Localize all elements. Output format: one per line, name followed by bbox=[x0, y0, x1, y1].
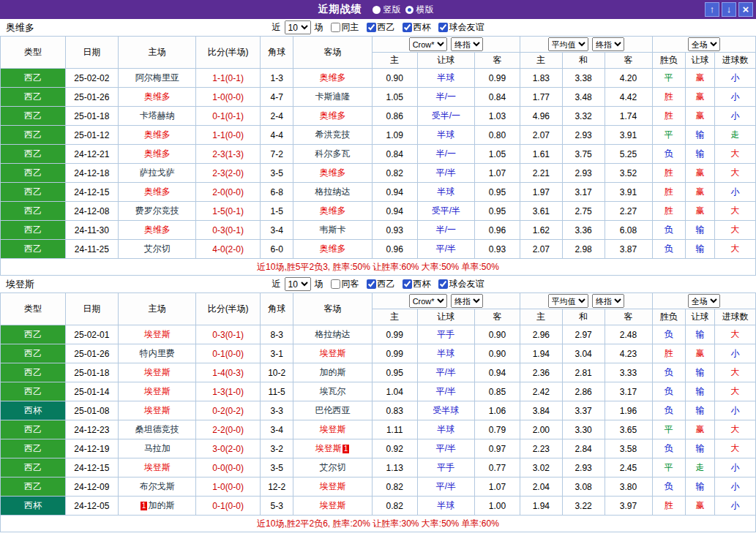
goals-result-cell: 小 bbox=[715, 107, 756, 126]
odds-home-cell: 0.82 bbox=[372, 478, 417, 497]
cup-checkbox[interactable] bbox=[403, 23, 412, 32]
handicap-cell: 受半/一 bbox=[417, 107, 474, 126]
bookmaker-select[interactable]: Crow* bbox=[409, 294, 447, 308]
date-cell: 25-01-18 bbox=[65, 363, 118, 382]
avg-home-cell: 2.36 bbox=[520, 363, 562, 382]
date-cell: 25-01-12 bbox=[65, 126, 118, 145]
fulltime-select[interactable]: 全场 bbox=[688, 294, 720, 308]
score-cell: 0-3(0-1) bbox=[196, 325, 261, 344]
date-cell: 24-12-19 bbox=[65, 439, 118, 458]
result-cell: 胜 bbox=[652, 497, 685, 516]
recent-count-select[interactable]: 10 bbox=[285, 20, 311, 34]
red-card-badge: 1 bbox=[343, 445, 350, 453]
team-name-text: 阿尔梅里亚 bbox=[135, 72, 179, 83]
average-index-select[interactable]: 终指 bbox=[592, 37, 624, 51]
match-row: 西乙25-01-12奥维多1-1(0-0)4-4希洪竞技1.09半球0.802.… bbox=[1, 126, 756, 145]
handicap-result-cell: 赢 bbox=[685, 183, 714, 202]
average-select[interactable]: 平均值 bbox=[548, 37, 588, 51]
away-team-cell: 加的斯 bbox=[293, 363, 372, 382]
avg-home-cell: 2.07 bbox=[520, 126, 562, 145]
odds-away-cell: 0.99 bbox=[475, 69, 520, 88]
odds-away-cell: 1.00 bbox=[475, 497, 520, 516]
date-cell: 25-01-26 bbox=[65, 88, 118, 107]
same-venue-checkbox[interactable] bbox=[331, 23, 340, 32]
recent-count-select[interactable]: 10 bbox=[285, 277, 311, 291]
fulltime-select[interactable]: 全场 bbox=[688, 37, 720, 51]
league-cell: 西乙 bbox=[1, 183, 66, 202]
filter-matches-label: 场 bbox=[315, 21, 323, 34]
cup-checkbox[interactable] bbox=[403, 279, 412, 289]
average-index-select[interactable]: 终指 bbox=[592, 294, 624, 308]
team-name-text: 奥维多 bbox=[144, 129, 171, 140]
bookmaker-index-select[interactable]: 终指 bbox=[451, 37, 483, 51]
team-name-text: 奥维多 bbox=[320, 72, 346, 83]
bookmaker-index-select[interactable]: 终指 bbox=[451, 294, 483, 308]
score-cell: 1-0(0-0) bbox=[196, 478, 261, 497]
average-select[interactable]: 平均值 bbox=[548, 294, 588, 308]
odds-away-cell: 1.06 bbox=[475, 401, 520, 420]
col-header-odds-home: 主 bbox=[372, 309, 417, 325]
result-cell: 平 bbox=[652, 458, 685, 478]
goals-result-cell: 大 bbox=[715, 363, 756, 382]
corner-cell: 7-2 bbox=[260, 145, 293, 164]
away-team-cell: 埃瓦尔 bbox=[293, 382, 372, 401]
same-venue-checkbox[interactable] bbox=[331, 279, 340, 289]
avg-draw-cell: 2.97 bbox=[562, 325, 605, 344]
handicap-cell: 平/半 bbox=[417, 382, 474, 401]
date-cell: 24-12-23 bbox=[65, 420, 118, 439]
close-button[interactable]: × bbox=[738, 2, 753, 17]
handicap-result-cell: 赢 bbox=[685, 420, 714, 439]
result-cell: 胜 bbox=[652, 107, 685, 126]
col-header-type: 类型 bbox=[1, 293, 66, 325]
score-cell: 0-3(0-1) bbox=[196, 221, 261, 240]
layout-radio[interactable]: 竖版 bbox=[373, 4, 401, 16]
league-cell: 西乙 bbox=[1, 458, 66, 478]
team-name-text: 奥维多 bbox=[320, 205, 346, 216]
window-title: 近期战绩 bbox=[318, 3, 362, 16]
team-name-text: 艾尔切 bbox=[144, 244, 171, 254]
layout-radio[interactable]: 横版 bbox=[405, 4, 434, 16]
away-team-cell: 艾尔切 bbox=[293, 458, 372, 478]
friendly-checkbox[interactable] bbox=[438, 279, 448, 289]
handicap-cell: 平手 bbox=[417, 458, 474, 478]
col-header-type: 类型 bbox=[1, 37, 66, 69]
date-cell: 25-02-02 bbox=[65, 69, 118, 88]
home-team-cell: 埃登斯 bbox=[118, 401, 195, 420]
move-down-button[interactable]: ↓ bbox=[722, 2, 736, 17]
result-cell: 负 bbox=[652, 478, 685, 497]
match-row: 西乙25-01-26特内里费0-1(0-0)3-1埃登斯0.99半球0.901.… bbox=[1, 344, 756, 363]
bookmaker-select[interactable]: Crow* bbox=[409, 37, 447, 51]
score-cell: 1-1(0-0) bbox=[196, 126, 261, 145]
handicap-result-cell: 输 bbox=[685, 126, 714, 145]
layout-radio-group: 竖版横版 bbox=[373, 4, 438, 16]
league-cell: 西乙 bbox=[1, 439, 66, 458]
odds-away-cell: 1.07 bbox=[475, 164, 520, 183]
date-cell: 24-12-05 bbox=[65, 497, 118, 516]
handicap-result-cell: 赢 bbox=[685, 69, 714, 88]
col-header-handicap-result: 让球 bbox=[685, 53, 714, 69]
odds-away-cell: 0.90 bbox=[475, 344, 520, 363]
team-name-text: 奥维多 bbox=[320, 244, 346, 254]
odds-home-cell: 1.04 bbox=[372, 382, 417, 401]
result-cell: 胜 bbox=[652, 344, 685, 363]
odds-home-cell: 1.13 bbox=[372, 458, 417, 478]
date-cell: 24-12-15 bbox=[65, 183, 118, 202]
team-name-text: 桑坦德竞技 bbox=[135, 424, 179, 434]
handicap-result-cell: 赢 bbox=[685, 202, 714, 221]
league-checkbox[interactable] bbox=[367, 23, 376, 32]
avg-home-cell: 3.84 bbox=[520, 401, 562, 420]
friendly-checkbox[interactable] bbox=[438, 23, 448, 32]
odds-away-cell: 0.95 bbox=[475, 202, 520, 221]
league-cell: 西乙 bbox=[1, 145, 66, 164]
avg-away-cell: 2.27 bbox=[605, 202, 652, 221]
home-team-cell: 艾尔切 bbox=[118, 240, 195, 259]
league-checkbox[interactable] bbox=[367, 279, 376, 289]
move-up-button[interactable]: ↑ bbox=[705, 2, 719, 17]
away-team-cell: 埃登斯 bbox=[293, 497, 372, 516]
corner-cell: 6-0 bbox=[260, 240, 293, 259]
score-cell: 2-0(0-0) bbox=[196, 183, 261, 202]
odds-home-cell: 1.11 bbox=[372, 420, 417, 439]
checkbox-label: 西杯 bbox=[413, 278, 431, 290]
goals-result-cell: 小 bbox=[715, 69, 756, 88]
odds-home-cell: 0.83 bbox=[372, 401, 417, 420]
